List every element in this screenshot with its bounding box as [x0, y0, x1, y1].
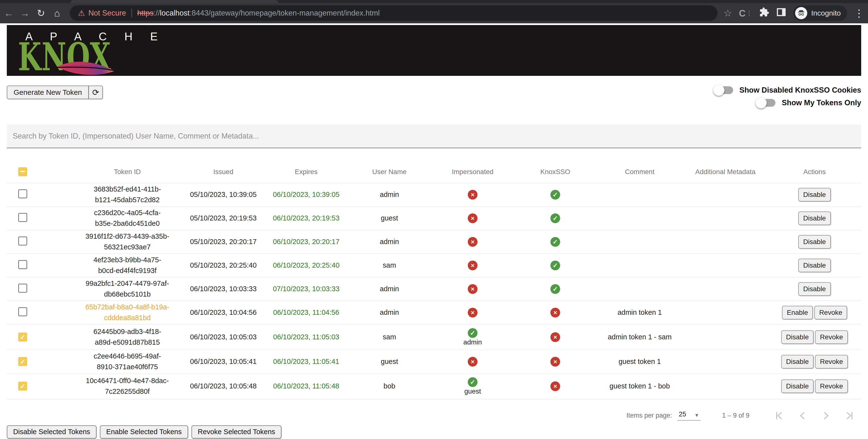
comment-cell [596, 254, 683, 277]
revoke-token-button[interactable]: Revoke [814, 306, 847, 319]
show-my-tokens-toggle[interactable] [755, 98, 775, 108]
actions-cell: Disable [768, 230, 861, 254]
generate-new-token-button[interactable]: Generate New Token [7, 86, 89, 99]
impersonated-cell: × [431, 183, 514, 206]
disable-token-button[interactable]: Disable [798, 188, 831, 202]
revoke-selected-tokens-button[interactable]: Revoke Selected Tokens [191, 426, 282, 439]
row-select-cell: ✓ [7, 324, 73, 350]
actions-cell: Disable [768, 183, 861, 206]
actions-cell: Disable [768, 206, 861, 230]
bookmark-star-icon[interactable]: ☆ [723, 7, 732, 19]
expires-cell: 06/10/2023, 20:25:40 [265, 254, 347, 277]
disable-token-button[interactable]: Disable [781, 355, 813, 369]
row-select-checkbox[interactable]: ✓ [18, 382, 27, 391]
incognito-badge[interactable]: Incognito [793, 5, 847, 21]
paginator: Items per page: 25 ▼ 1 – 9 of 9 [7, 409, 861, 422]
comment-cell [596, 206, 683, 230]
row-select-checkbox[interactable] [18, 213, 27, 222]
disable-token-button[interactable]: Disable [798, 211, 831, 225]
token-table: Token ID Issued Expires User Name Impers… [7, 161, 861, 399]
header-knoxsso: KnoxSSO [514, 161, 596, 183]
knox-banner: A P A C H E KNOX [7, 25, 861, 76]
paginator-range-label: 1 – 9 of 9 [722, 412, 749, 419]
extensions-puzzle-icon[interactable] [759, 7, 769, 20]
header-impersonated: Impersonated [431, 161, 514, 183]
impersonated-cell: × [431, 230, 514, 254]
back-button[interactable]: ← [1, 6, 16, 21]
show-disabled-knoxsso-toggle[interactable] [713, 86, 733, 95]
comment-cell: admin token 1 [596, 301, 683, 324]
knoxsso-cell: ✓ [514, 206, 596, 230]
row-select-checkbox[interactable] [18, 189, 27, 198]
disable-selected-tokens-button[interactable]: Disable Selected Tokens [7, 426, 96, 439]
additional-metadata-cell [683, 373, 768, 399]
cross-circle-icon: × [550, 357, 560, 367]
revoke-token-button[interactable]: Revoke [815, 330, 848, 344]
table-row: 3916f1f2-d673-4439-a35b-56321ec93ae705/1… [7, 230, 861, 254]
browser-menu-icon[interactable]: ⋮ [854, 7, 864, 19]
refresh-tokens-button[interactable]: ⟳ [89, 86, 103, 99]
token-id-cell: 4ef23eb3-b9bb-4a75-b0cd-ed4f4fc9193f [73, 254, 182, 277]
url-divider [131, 9, 132, 18]
disable-token-button[interactable]: Disable [781, 330, 813, 344]
row-select-checkbox[interactable] [18, 284, 27, 293]
reload-button[interactable]: ↻ [34, 6, 48, 21]
impersonated-user-label: guest [431, 387, 514, 395]
row-select-checkbox[interactable]: ✓ [18, 357, 27, 366]
row-select-cell [7, 183, 73, 206]
additional-metadata-cell [683, 301, 768, 324]
expires-cell: 06/10/2023, 11:05:41 [265, 350, 347, 373]
comment-cell: admin token 1 - sam [596, 324, 683, 350]
token-id-cell: 62445b09-adb3-4f18-a89d-e5091d87b815 [73, 324, 182, 350]
last-page-button[interactable] [844, 409, 856, 422]
first-page-button[interactable] [774, 409, 786, 422]
home-button[interactable]: ⌂ [50, 6, 64, 21]
select-all-checkbox[interactable] [18, 167, 27, 176]
enable-token-button[interactable]: Enable [782, 306, 813, 319]
token-search-input[interactable] [7, 124, 861, 148]
comment-cell [596, 183, 683, 206]
disable-token-button[interactable]: Disable [798, 235, 831, 249]
token-table-header: Token ID Issued Expires User Name Impers… [7, 161, 861, 183]
cross-circle-icon: × [468, 190, 477, 200]
token-id-cell: 10c46471-0ff0-4e47-8dac-7c226255d80f [73, 373, 182, 399]
check-circle-icon: ✓ [550, 261, 560, 270]
not-secure-label[interactable]: Not Secure [89, 9, 126, 18]
active-tab[interactable] [70, 0, 278, 3]
not-secure-warning-icon: ⚠ [78, 8, 85, 18]
disable-token-button[interactable]: Disable [798, 282, 831, 296]
token-id-cell: 65b72baf-b8a0-4a8f-b19a-cdddea8a81bd [73, 301, 182, 324]
enable-selected-tokens-button[interactable]: Enable Selected Tokens [100, 426, 188, 439]
additional-metadata-cell [683, 350, 768, 373]
address-bar[interactable]: ⚠ Not Secure https://localhost:8443/gate… [70, 5, 718, 21]
cross-circle-icon: × [468, 284, 477, 294]
extension-badge-icon[interactable]: C⋮ [739, 8, 752, 19]
disable-token-button[interactable]: Disable [781, 379, 813, 393]
expires-cell: 06/10/2023, 20:20:17 [265, 230, 347, 254]
token-table-body: 3683b52f-ed41-411b-b121-45dab57c2d8205/1… [7, 183, 861, 399]
issued-cell: 05/10/2023, 20:19:53 [182, 206, 265, 230]
forward-button[interactable]: → [18, 6, 32, 21]
previous-page-button[interactable] [797, 409, 810, 422]
row-select-checkbox[interactable] [18, 307, 27, 316]
header-comment: Comment [596, 161, 683, 183]
generate-group: Generate New Token ⟳ [7, 86, 103, 99]
knoxsso-cell: ✓ [514, 230, 596, 254]
revoke-token-button[interactable]: Revoke [815, 379, 848, 393]
actions-cell: DisableRevoke [768, 350, 861, 373]
revoke-token-button[interactable]: Revoke [815, 355, 848, 369]
disable-token-button[interactable]: Disable [798, 259, 831, 272]
toggle-thumb [755, 97, 767, 109]
next-page-button[interactable] [820, 409, 833, 422]
row-select-checkbox[interactable] [18, 236, 27, 245]
browser-toolbar: ← → ↻ ⌂ ⚠ Not Secure https://localhost:8… [0, 3, 868, 23]
header-actions: Actions [768, 161, 861, 183]
items-per-page-select[interactable]: 25 ▼ [678, 411, 701, 420]
row-select-checkbox[interactable]: ✓ [18, 332, 27, 342]
first-page-icon [774, 410, 785, 421]
side-panel-icon[interactable] [776, 7, 786, 20]
items-per-page-label: Items per page: [626, 412, 672, 419]
row-select-checkbox[interactable] [18, 260, 27, 269]
refresh-icon: ⟳ [92, 88, 99, 97]
additional-metadata-cell [683, 277, 768, 301]
